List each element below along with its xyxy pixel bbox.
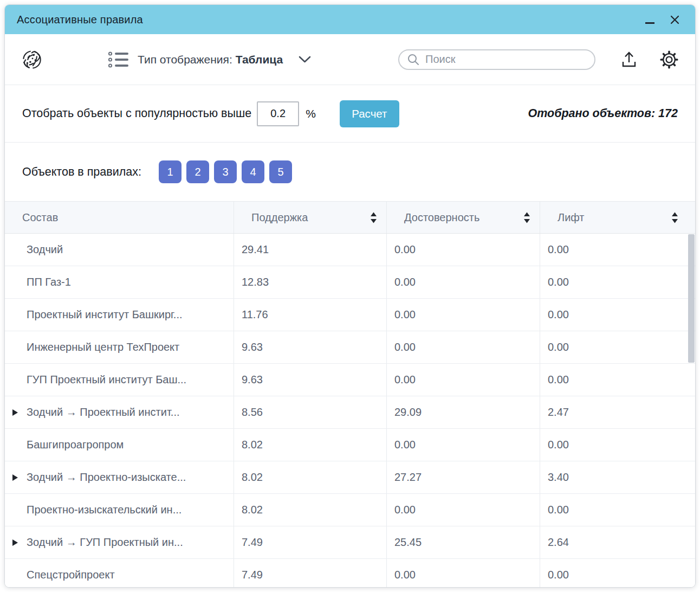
- rule-name: ГУП Проектный институт Баш...: [27, 374, 186, 386]
- support-value: 11.76: [234, 299, 386, 331]
- rule-size-row: Объектов в правилах: 1 2 3 4 5: [5, 143, 695, 201]
- rule-size-button-1[interactable]: 1: [159, 160, 182, 183]
- confidence-value: 0.00: [386, 266, 540, 298]
- table-row[interactable]: ГУП Проектный институт Баш... 9.63 0.00 …: [5, 364, 695, 396]
- lift-value: 0.00: [540, 494, 695, 526]
- table-row[interactable]: Зодчий → Проектный инстит... 8.56 29.09 …: [5, 396, 695, 429]
- view-type-label: Тип отображения: Таблица: [138, 53, 283, 66]
- rule-size-label: Объектов в правилах:: [22, 165, 141, 179]
- confidence-value: 0.00: [386, 429, 540, 461]
- confidence-value: 0.00: [386, 234, 540, 266]
- filter-label: Отобрать объекты с популярностью выше: [22, 107, 251, 120]
- view-type-dropdown[interactable]: Тип отображения: Таблица: [108, 50, 311, 69]
- confidence-value: 27.27: [386, 461, 540, 493]
- rule-name: Инженерный центр ТехПроект: [27, 341, 179, 353]
- threshold-input[interactable]: [257, 101, 299, 126]
- support-value: 9.63: [234, 331, 386, 363]
- support-value: 8.02: [234, 494, 386, 526]
- chevron-down-icon: [299, 55, 311, 63]
- rule-name: Зодчий: [27, 243, 63, 256]
- table-body: Зодчий 29.41 0.00 0.00 ПП Газ-1 12.83 0.…: [5, 234, 695, 588]
- rule-name: Зодчий → Проектный инстит...: [27, 406, 180, 419]
- rule-size-button-5[interactable]: 5: [269, 160, 292, 183]
- lift-value: 0.00: [540, 266, 695, 298]
- support-value: 8.02: [234, 429, 386, 461]
- confidence-value: 0.00: [386, 494, 540, 526]
- table-row[interactable]: Зодчий → Проектно-изыскате... 8.02 27.27…: [5, 461, 695, 494]
- table-row[interactable]: Проектный институт Башкирг... 11.76 0.00…: [5, 299, 695, 331]
- lift-value: 0.00: [540, 559, 695, 588]
- support-value: 8.56: [234, 396, 386, 428]
- support-value: 7.49: [234, 526, 386, 558]
- sort-icon[interactable]: [370, 211, 378, 224]
- confidence-value: 25.45: [386, 526, 540, 558]
- percent-label: %: [306, 107, 316, 120]
- view-type-value: Таблица: [236, 53, 283, 66]
- table-row[interactable]: Спецстройпроект 7.49 0.00 0.00: [5, 559, 695, 588]
- support-value: 9.63: [234, 364, 386, 396]
- column-header-dostovernost[interactable]: Достоверность: [386, 202, 540, 233]
- rule-size-buttons: 1 2 3 4 5: [159, 160, 292, 183]
- rule-name: ПП Газ-1: [27, 276, 71, 288]
- rule-name: Зодчий → Проектно-изыскате...: [27, 471, 186, 484]
- window-title: Ассоциативные правила: [17, 14, 143, 26]
- expand-arrow-icon[interactable]: [12, 409, 18, 416]
- confidence-value: 0.00: [386, 331, 540, 363]
- rule-size-button-3[interactable]: 3: [214, 160, 237, 183]
- confidence-value: 29.09: [386, 396, 540, 428]
- sort-icon[interactable]: [523, 211, 531, 224]
- table-row[interactable]: ПП Газ-1 12.83 0.00 0.00: [5, 266, 695, 299]
- lift-value: 0.00: [540, 331, 695, 363]
- confidence-value: 0.00: [386, 299, 540, 331]
- lift-value: 0.00: [540, 299, 695, 331]
- sort-icon[interactable]: [671, 211, 679, 224]
- expand-arrow-icon[interactable]: [12, 474, 18, 481]
- rule-name: Спецстройпроект: [27, 569, 115, 581]
- toolbar: Тип отображения: Таблица: [5, 34, 695, 85]
- lift-value: 0.00: [540, 429, 695, 461]
- rule-name: Башгипроагропром: [27, 439, 124, 451]
- search-icon: [407, 53, 420, 66]
- support-value: 8.02: [234, 461, 386, 493]
- search-box: [398, 49, 595, 70]
- table-row[interactable]: Башгипроагропром 8.02 0.00 0.00: [5, 429, 695, 461]
- table-row[interactable]: Инженерный центр ТехПроект 9.63 0.00 0.0…: [5, 331, 695, 364]
- lift-value: 0.00: [540, 364, 695, 396]
- selected-count: Отобрано объектов: 172: [528, 107, 678, 120]
- rule-size-button-2[interactable]: 2: [186, 160, 209, 183]
- close-icon[interactable]: [670, 15, 680, 25]
- rule-size-button-4[interactable]: 4: [242, 160, 264, 183]
- upload-icon[interactable]: [620, 50, 638, 69]
- scrollbar-thumb[interactable]: [688, 234, 695, 363]
- table-row[interactable]: Зодчий 29.41 0.00 0.00: [5, 234, 695, 266]
- rule-name: Проектно-изыскательский ин...: [27, 504, 182, 516]
- window-controls: [645, 15, 680, 25]
- confidence-value: 0.00: [386, 364, 540, 396]
- table-row[interactable]: Проектно-изыскательский ин... 8.02 0.00 …: [5, 494, 695, 526]
- column-header-lift[interactable]: Лифт: [540, 202, 695, 233]
- confidence-value: 0.00: [386, 559, 540, 588]
- column-header-sostav[interactable]: Состав: [5, 202, 234, 233]
- lift-value: 2.64: [540, 526, 695, 558]
- table-header: Состав Поддержка Достоверность Лифт: [5, 201, 695, 234]
- gear-icon[interactable]: [659, 50, 679, 69]
- support-value: 12.83: [234, 266, 386, 298]
- globe-network-icon: [20, 48, 44, 72]
- column-header-podderzhka[interactable]: Поддержка: [234, 202, 386, 233]
- table-row[interactable]: Зодчий → ГУП Проектный ин... 7.49 25.45 …: [5, 526, 695, 559]
- rules-table: Состав Поддержка Достоверность Лифт: [5, 201, 695, 588]
- rule-name: Зодчий → ГУП Проектный ин...: [27, 536, 183, 549]
- rule-name: Проектный институт Башкирг...: [27, 308, 183, 321]
- calc-button[interactable]: Расчет: [340, 100, 399, 127]
- titlebar: Ассоциативные правила: [5, 5, 695, 34]
- filter-row: Отобрать объекты с популярностью выше % …: [5, 85, 695, 143]
- lift-value: 3.40: [540, 461, 695, 493]
- support-value: 29.41: [234, 234, 386, 266]
- expand-arrow-icon[interactable]: [12, 539, 18, 546]
- list-icon: [108, 50, 129, 69]
- minimize-icon[interactable]: [645, 22, 654, 24]
- search-input[interactable]: [425, 53, 587, 66]
- lift-value: 0.00: [540, 234, 695, 266]
- support-value: 7.49: [234, 559, 386, 588]
- lift-value: 2.47: [540, 396, 695, 428]
